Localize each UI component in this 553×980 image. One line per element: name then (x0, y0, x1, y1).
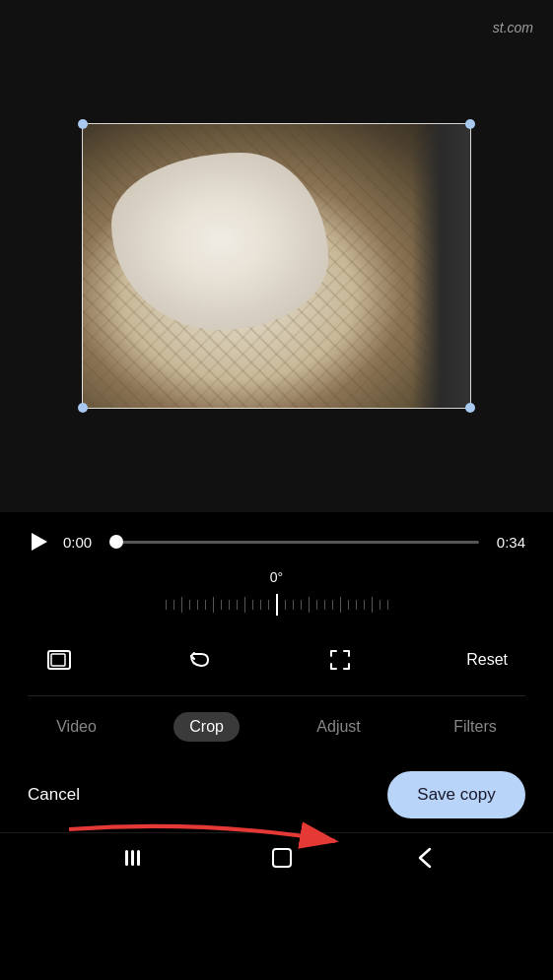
ruler-ticks (28, 594, 525, 616)
rotate-button[interactable] (177, 638, 221, 682)
tick (189, 600, 190, 610)
back-icon (418, 847, 432, 869)
current-time: 0:00 (63, 534, 98, 551)
svg-rect-5 (137, 850, 140, 866)
tick (244, 597, 245, 613)
rotate-icon (186, 647, 212, 673)
crop-handle-topleft[interactable] (78, 119, 88, 129)
tick (268, 600, 269, 610)
progress-bar[interactable] (109, 541, 479, 544)
video-preview-area: st.com (0, 0, 553, 512)
tick (205, 600, 206, 610)
tick (332, 600, 333, 610)
tick (197, 600, 198, 610)
tools-row: Reset (28, 624, 525, 696)
tick (372, 597, 373, 613)
save-copy-button[interactable]: Save copy (387, 771, 525, 818)
playback-row: 0:00 0:34 (28, 512, 525, 563)
tick (260, 600, 261, 610)
svg-rect-4 (131, 850, 134, 866)
tick (181, 597, 182, 613)
angle-value: 0° (270, 569, 283, 585)
tick (173, 600, 174, 610)
tick (237, 600, 238, 610)
tick (364, 600, 365, 610)
tick (166, 600, 167, 610)
crop-border (82, 123, 471, 409)
tick (252, 600, 253, 610)
svg-rect-1 (51, 654, 65, 666)
cancel-button[interactable]: Cancel (28, 785, 80, 805)
system-nav-bar (0, 832, 553, 882)
nav-menu-button[interactable] (122, 848, 146, 868)
tick (340, 597, 341, 613)
tick (356, 600, 357, 610)
crop-canvas (82, 123, 471, 409)
free-crop-button[interactable] (318, 638, 362, 682)
tab-adjust[interactable]: Adjust (301, 712, 376, 742)
total-time: 0:34 (491, 534, 525, 551)
crop-handle-bottomright[interactable] (465, 403, 475, 413)
controls-area: 0:00 0:34 0° (0, 512, 553, 696)
angle-ruler[interactable] (28, 591, 525, 619)
reset-button[interactable]: Reset (458, 643, 516, 677)
center-tick (276, 594, 278, 616)
tab-video[interactable]: Video (40, 712, 112, 742)
aspect-ratio-icon (46, 647, 72, 673)
progress-thumb[interactable] (109, 535, 123, 549)
nav-home-button[interactable] (271, 847, 293, 869)
action-bar: Cancel Save copy (0, 757, 553, 832)
tick (293, 600, 294, 610)
angle-row: 0° (28, 563, 525, 624)
tick (380, 600, 380, 610)
tab-crop[interactable]: Crop (173, 712, 240, 742)
aspect-ratio-button[interactable] (37, 638, 81, 682)
crop-handle-bottomleft[interactable] (78, 403, 88, 413)
play-button[interactable] (28, 530, 51, 554)
free-crop-icon (327, 647, 353, 673)
svg-rect-3 (125, 850, 128, 866)
tick (221, 600, 222, 610)
crop-handle-topright[interactable] (465, 119, 475, 129)
tick (301, 600, 302, 610)
home-icon (271, 847, 293, 869)
watermark: st.com (493, 20, 533, 35)
play-icon (32, 533, 47, 551)
tick (387, 600, 388, 610)
tab-bar: Video Crop Adjust Filters (0, 696, 553, 757)
tick (285, 600, 286, 610)
tick (229, 600, 230, 610)
tick (316, 600, 317, 610)
tick (213, 597, 214, 613)
tab-filters[interactable]: Filters (438, 712, 513, 742)
svg-rect-6 (273, 849, 291, 867)
tick (324, 600, 325, 610)
tick (309, 597, 310, 613)
menu-icon (122, 848, 146, 868)
tick (348, 600, 349, 610)
nav-back-button[interactable] (418, 847, 432, 869)
